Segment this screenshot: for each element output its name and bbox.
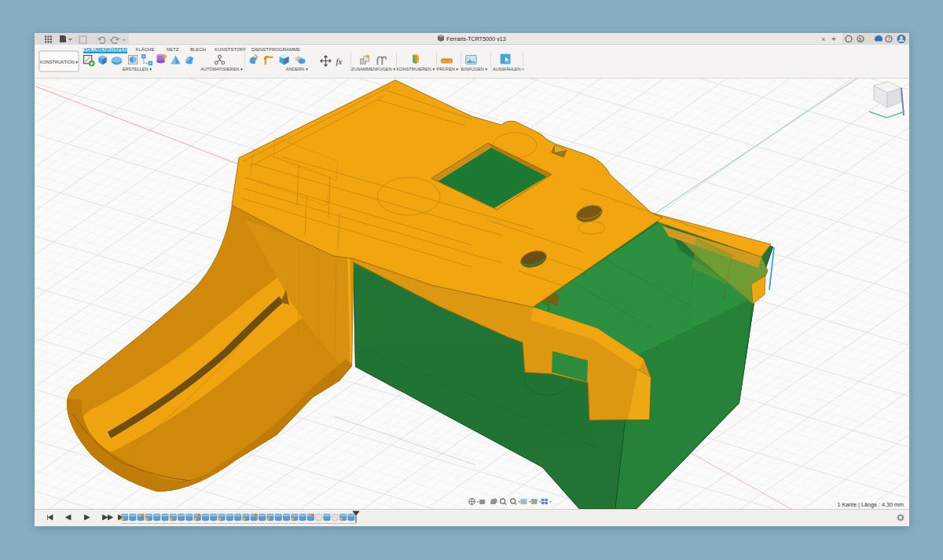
svg-text:1 Kante | Länge : 4.30 mm: 1 Kante | Länge : 4.30 mm bbox=[837, 501, 904, 508]
